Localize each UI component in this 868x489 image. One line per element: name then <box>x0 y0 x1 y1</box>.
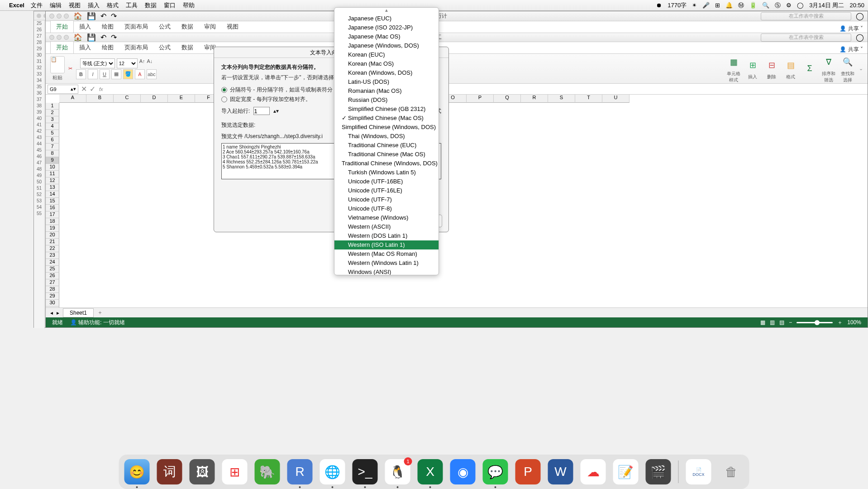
bg-close-dot[interactable] <box>37 14 41 18</box>
row-header[interactable]: 29 <box>46 293 59 300</box>
status-s-icon[interactable]: Ⓢ <box>775 1 781 10</box>
row-header[interactable]: 22 <box>46 245 59 252</box>
dock-wechat[interactable]: 💬 <box>483 459 508 484</box>
inner-redo-icon[interactable]: ↷ <box>111 33 117 42</box>
dock-docx-file[interactable]: 📄DOCX <box>686 459 711 484</box>
row-header[interactable]: 21 <box>46 239 59 245</box>
row-header[interactable]: 28 <box>46 286 59 293</box>
save-icon[interactable]: 💾 <box>87 12 96 20</box>
home-icon[interactable]: 🏠 <box>73 12 82 20</box>
zoom-dot[interactable] <box>64 14 69 19</box>
font-color-button[interactable]: A <box>135 69 145 79</box>
dock-rstudio[interactable]: R <box>287 459 313 484</box>
encoding-option[interactable]: Unicode (UTF-16LE) <box>334 186 439 195</box>
encoding-option[interactable]: Japanese (Windows, DOS) <box>334 41 439 50</box>
encoding-option[interactable]: Simplified Chinese (Windows, DOS) <box>334 123 439 132</box>
inner-search[interactable]: 在工作表中搜索 <box>761 34 851 42</box>
fill-color-button[interactable]: 🪣 <box>123 69 133 79</box>
column-header[interactable]: P <box>467 95 494 103</box>
dock-word[interactable]: W <box>548 459 573 484</box>
status-input-icon[interactable]: ✴︎ <box>692 2 697 9</box>
redo-icon[interactable]: ↷ <box>111 12 117 20</box>
sortfilter-icon[interactable]: ᐁ <box>821 54 836 70</box>
encoding-option[interactable]: Vietnamese (Windows) <box>334 213 439 222</box>
dock-excel[interactable]: X <box>418 459 443 484</box>
row-header[interactable]: 30 <box>46 300 59 307</box>
inner-share-button[interactable]: 👤 共享 ˅ <box>839 46 863 53</box>
app-name[interactable]: Excel <box>9 2 24 9</box>
row-header[interactable]: 27 <box>46 279 59 286</box>
encoding-option[interactable]: Western (ASCII) <box>334 222 439 231</box>
sheet-nav-prev-icon[interactable]: ◂ <box>50 310 53 316</box>
dock-dingtalk[interactable]: ◉ <box>450 459 476 484</box>
sheet-area[interactable]: ABCDEFGHIJKLMNOPQRSTU 123456789101112131… <box>46 95 868 309</box>
row-header[interactable]: 18 <box>46 218 59 225</box>
min-dot[interactable] <box>57 14 62 19</box>
decrease-font-icon[interactable]: A↓ <box>147 58 153 68</box>
status-date[interactable]: 3月14日 周二 <box>809 1 844 10</box>
bold-button[interactable]: B <box>76 69 86 79</box>
dock-launchpad[interactable]: ⊞ <box>222 459 248 484</box>
menu-data[interactable]: 数据 <box>145 1 157 10</box>
row-header[interactable]: 14 <box>46 191 59 198</box>
encoding-option[interactable]: Simplified Chinese (GB 2312) <box>334 105 439 114</box>
dock-textedit[interactable]: 📝 <box>613 459 639 484</box>
inner-tab-formulas[interactable]: 公式 <box>153 42 176 53</box>
menu-help[interactable]: 帮助 <box>183 1 195 10</box>
row-header[interactable]: 16 <box>46 205 59 211</box>
sync-icon[interactable]: ◯ <box>856 12 864 20</box>
paste-group[interactable]: 📋 粘贴 <box>50 56 65 81</box>
encoding-option[interactable]: Windows (ANSI) <box>334 268 439 275</box>
encoding-option[interactable]: Romanian (Mac OS) <box>334 86 439 96</box>
row-header[interactable]: 11 <box>46 171 59 177</box>
status-search-icon[interactable]: 🔍 <box>762 2 769 9</box>
inner-tab-layout[interactable]: 页面布局 <box>119 42 153 53</box>
tab-insert[interactable]: 插入 <box>74 21 96 33</box>
insert-cells-icon[interactable]: ⊞ <box>745 58 760 73</box>
row-header[interactable]: 3 <box>46 116 59 123</box>
font-select[interactable]: 等线 (正文) <box>80 58 115 68</box>
menu-insert[interactable]: 插入 <box>88 1 100 10</box>
view-pagelayout-icon[interactable]: ▥ <box>770 319 775 326</box>
column-header[interactable]: D <box>141 95 168 103</box>
column-header[interactable]: C <box>114 95 141 103</box>
encoding-dropdown[interactable]: ▲ Japanese (EUC)Japanese (ISO 2022-JP)Ja… <box>334 7 439 275</box>
sheet-nav-next-icon[interactable]: ▸ <box>57 310 59 316</box>
row-header[interactable]: 5 <box>46 130 59 137</box>
encoding-option[interactable]: ✓Simplified Chinese (Mac OS) <box>334 114 439 123</box>
tab-draw[interactable]: 绘图 <box>96 21 119 33</box>
tab-review[interactable]: 审阅 <box>199 21 221 33</box>
row-header[interactable]: 23 <box>46 252 59 259</box>
autosum-icon[interactable]: Σ <box>802 61 817 77</box>
zoom-slider[interactable] <box>796 322 833 323</box>
zoom-level[interactable]: 100% <box>847 319 861 326</box>
menu-format[interactable]: 格式 <box>107 1 119 10</box>
column-header[interactable]: U <box>602 95 630 103</box>
encoding-option[interactable]: Unicode (UTF-8) <box>334 204 439 213</box>
ribbon-collapse-icon[interactable]: ⌄ <box>859 66 863 72</box>
dock-chrome[interactable]: 🌐 <box>320 459 345 484</box>
zoom-in-button[interactable]: ＋ <box>837 319 843 326</box>
encoding-option[interactable]: Unicode (UTF-16BE) <box>334 177 439 186</box>
delete-cells-icon[interactable]: ⊟ <box>764 58 779 73</box>
cancel-formula-icon[interactable]: ✕ <box>81 85 87 93</box>
encoding-option[interactable]: Korean (Mac OS) <box>334 59 439 68</box>
encoding-option[interactable]: Japanese (EUC) <box>334 14 439 23</box>
zoom-out-button[interactable]: − <box>789 319 792 326</box>
tab-layout[interactable]: 页面布局 <box>119 21 153 33</box>
encoding-option[interactable]: Korean (EUC) <box>334 50 439 59</box>
sheet-search[interactable]: 在工作表中搜索 <box>761 12 851 20</box>
encoding-option[interactable]: Western (Mac OS Roman) <box>334 249 439 259</box>
column-header[interactable]: Q <box>494 95 521 103</box>
row-header[interactable]: 17 <box>46 211 59 218</box>
start-row-input[interactable] <box>253 107 270 115</box>
cellstyle-icon[interactable]: ▦ <box>726 54 741 70</box>
encoding-option[interactable]: Japanese (Mac OS) <box>334 32 439 41</box>
row-header[interactable]: 19 <box>46 225 59 232</box>
row-header[interactable]: 12 <box>46 177 59 184</box>
inner-undo-icon[interactable]: ↶ <box>100 33 106 42</box>
increase-font-icon[interactable]: A↑ <box>139 58 145 68</box>
fx-label[interactable]: fx <box>99 86 103 92</box>
row-header[interactable]: 20 <box>46 232 59 239</box>
format-cells-icon[interactable]: ▤ <box>783 58 798 73</box>
